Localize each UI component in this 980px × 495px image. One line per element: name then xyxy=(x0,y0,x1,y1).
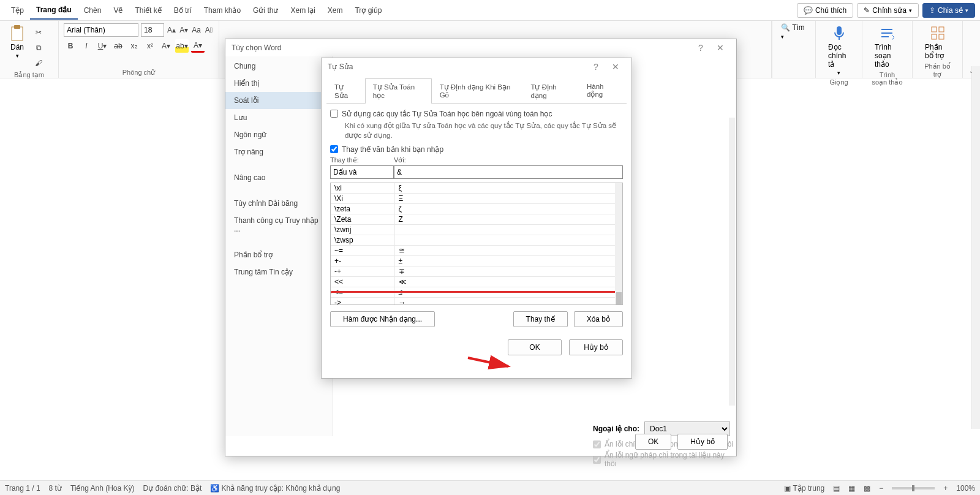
nav-trust-center[interactable]: Trung tâm Tin cậy xyxy=(225,263,333,281)
ac-ok-button[interactable]: OK xyxy=(508,339,562,355)
page-status[interactable]: Trang 1 / 1 xyxy=(5,484,40,493)
menu-draw[interactable]: Vẽ xyxy=(107,2,129,19)
dictate-button[interactable]: Đọc chính tả▾ xyxy=(824,23,853,77)
recognized-functions-button[interactable]: Hàm được Nhận dạng... xyxy=(330,311,435,327)
menu-layout[interactable]: Bố trí xyxy=(168,2,198,19)
format-painter-icon[interactable]: 🖌 xyxy=(32,56,45,70)
menu-home[interactable]: Trang đầu xyxy=(30,1,78,20)
font-size-select[interactable] xyxy=(141,23,164,37)
menu-view[interactable]: Xem xyxy=(322,2,349,19)
word-count[interactable]: 8 từ xyxy=(49,484,62,493)
table-row[interactable]: +-± xyxy=(331,256,622,266)
editor-button[interactable]: Trình soạn thảo xyxy=(871,23,903,70)
replacement-table[interactable]: \xiξ\XiΞ\zetaζ\ZetaΖ\zwnj\zwsp~=≅+-±-+∓<… xyxy=(330,183,623,305)
replace-button[interactable]: Thay thế xyxy=(513,311,568,327)
addins-button[interactable]: Phần bổ trợ xyxy=(921,23,954,61)
focus-mode[interactable]: ▣ Tập trung xyxy=(784,484,824,493)
grow-font-icon[interactable]: A▴ xyxy=(167,23,176,37)
menu-help[interactable]: Trợ giúp xyxy=(349,2,388,19)
options-ok-button[interactable]: OK xyxy=(635,434,671,450)
table-row[interactable]: <=≤ xyxy=(331,287,622,298)
nav-display[interactable]: Hiển thị xyxy=(225,75,333,92)
table-row[interactable]: ~=≅ xyxy=(331,246,622,256)
predict-status[interactable]: Dự đoán chữ: Bật xyxy=(143,484,202,493)
tab-autocorrect[interactable]: Tự Sửa xyxy=(326,78,365,104)
zoom-out-icon[interactable]: − xyxy=(879,484,883,493)
text-effects-icon[interactable]: A▾ xyxy=(159,39,173,53)
find-button[interactable]: 🔍 Tìm ▾ xyxy=(781,23,807,40)
delete-button[interactable]: Xóa bỏ xyxy=(574,311,623,327)
zoom-level[interactable]: 100% xyxy=(956,484,975,493)
table-row[interactable]: \XiΞ xyxy=(331,194,622,204)
nav-language[interactable]: Ngôn ngữ xyxy=(225,126,333,143)
nav-save[interactable]: Lưu xyxy=(225,109,333,126)
nav-accessibility[interactable]: Trợ năng xyxy=(225,143,333,161)
view-web-icon[interactable]: ▩ xyxy=(864,484,870,493)
nav-advanced[interactable]: Nâng cao xyxy=(225,169,333,186)
accessibility-status[interactable]: ♿ Khả năng truy cập: Không khả dụng xyxy=(210,484,340,493)
nav-addins[interactable]: Phần bổ trợ xyxy=(225,246,333,263)
editing-mode-button[interactable]: ✎Chỉnh sửa▾ xyxy=(857,3,919,18)
underline-button[interactable]: U▾ xyxy=(96,39,109,53)
shrink-font-icon[interactable]: A▾ xyxy=(179,23,189,37)
italic-button[interactable]: I xyxy=(80,39,93,53)
use-outside-math-checkbox[interactable]: Sử dụng các quy tắc Tự Sửa Toán học bên … xyxy=(330,110,623,118)
with-header: Với: xyxy=(394,156,623,164)
tab-actions[interactable]: Hành động xyxy=(579,78,627,104)
table-row[interactable]: \zetaζ xyxy=(331,204,622,214)
menu-file[interactable]: Tệp xyxy=(5,2,30,19)
nav-qat[interactable]: Thanh công cụ Truy nhập ... xyxy=(225,212,333,238)
nav-proofing[interactable]: Soát lỗi xyxy=(225,92,333,109)
font-name-select[interactable] xyxy=(64,23,138,37)
language-status[interactable]: Tiếng Anh (Hoa Kỳ) xyxy=(70,484,135,493)
paste-button[interactable]: Dán▾ xyxy=(5,23,29,60)
svg-rect-6 xyxy=(939,34,944,39)
comments-button[interactable]: 💬Chú thích xyxy=(797,3,853,18)
nav-customize-ribbon[interactable]: Tùy chỉnh Dải băng xyxy=(225,195,333,212)
tab-autoformat-typing[interactable]: Tự Định dạng Khi Bạn Gõ xyxy=(432,78,523,104)
replace-text-checkbox[interactable]: Thay thế văn bản khi bạn nhập xyxy=(330,145,623,154)
cut-icon[interactable]: ✂ xyxy=(32,26,45,39)
table-row[interactable]: \xiξ xyxy=(331,183,622,194)
ac-close-icon[interactable]: ✕ xyxy=(606,62,625,72)
options-scrollbar[interactable] xyxy=(729,118,735,406)
table-row[interactable]: <<≪ xyxy=(331,277,622,287)
subscript-button[interactable]: x₂ xyxy=(127,39,141,53)
menu-mailings[interactable]: Gửi thư xyxy=(247,2,284,19)
vertical-scrollbar[interactable] xyxy=(971,66,980,429)
table-row[interactable]: -+∓ xyxy=(331,266,622,277)
menu-design[interactable]: Thiết kế xyxy=(129,2,167,19)
hide-grammar-checkbox[interactable]: Ẩn lỗi ngữ pháp chỉ trong tài liệu này t… xyxy=(593,451,736,468)
copy-icon[interactable]: ⧉ xyxy=(32,41,45,55)
close-icon[interactable]: ✕ xyxy=(710,43,730,53)
font-color-icon[interactable]: A▾ xyxy=(191,39,205,53)
view-print-icon[interactable]: ▦ xyxy=(848,484,855,493)
options-cancel-button[interactable]: Hủy bỏ xyxy=(677,434,728,450)
tab-autoformat[interactable]: Tự Định dạng xyxy=(522,78,579,104)
superscript-button[interactable]: x² xyxy=(143,39,157,53)
table-row[interactable]: \zwsp xyxy=(331,235,622,246)
menu-review[interactable]: Xem lại xyxy=(284,2,321,19)
share-button[interactable]: ⇪Chia sẻ▾ xyxy=(922,3,975,18)
zoom-in-icon[interactable]: + xyxy=(943,484,948,493)
highlight-icon[interactable]: ab▾ xyxy=(175,39,189,53)
ac-help-icon[interactable]: ? xyxy=(586,62,606,72)
view-read-icon[interactable]: ▤ xyxy=(833,484,840,493)
with-input[interactable] xyxy=(394,165,623,179)
clear-format-icon[interactable]: A⃠ xyxy=(204,23,214,37)
menu-references[interactable]: Tham khảo xyxy=(198,2,247,19)
zoom-slider[interactable] xyxy=(892,487,935,489)
change-case-icon[interactable]: Aa xyxy=(192,23,202,37)
table-row[interactable]: ->→ xyxy=(331,298,622,306)
table-row[interactable]: \ZetaΖ xyxy=(331,214,622,225)
menu-insert[interactable]: Chèn xyxy=(78,2,108,19)
table-scrollbar[interactable] xyxy=(615,183,622,304)
table-row[interactable]: \zwnj xyxy=(331,225,622,235)
replace-input[interactable] xyxy=(330,165,394,179)
nav-general[interactable]: Chung xyxy=(225,58,333,75)
help-icon[interactable]: ? xyxy=(691,43,710,53)
tab-math-autocorrect[interactable]: Tự Sửa Toán học xyxy=(365,78,432,104)
bold-button[interactable]: B xyxy=(64,39,77,53)
ac-cancel-button[interactable]: Hủy bỏ xyxy=(569,339,623,355)
strikethrough-button[interactable]: ab xyxy=(111,39,125,53)
